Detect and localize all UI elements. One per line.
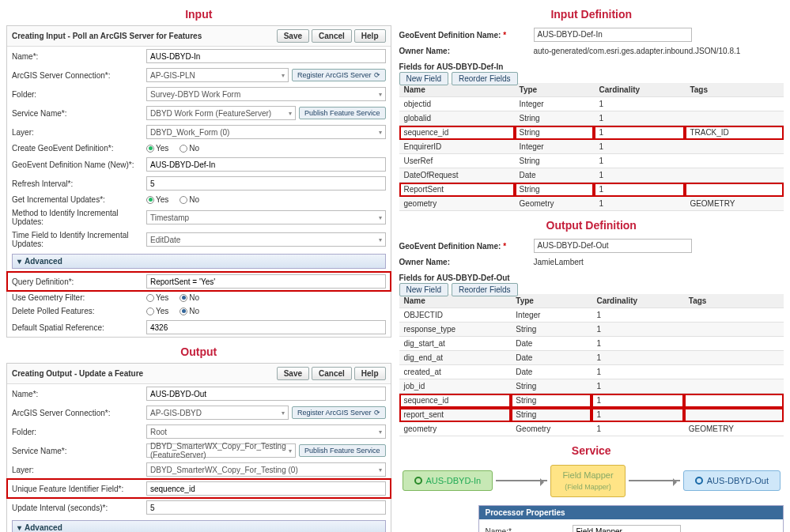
- sr-label: Default Spatial Reference:: [12, 323, 146, 332]
- register-server-button[interactable]: Register ArcGIS Server⟳: [292, 69, 386, 81]
- refresh-input[interactable]: [146, 176, 386, 191]
- timef-label: Time Field to Identify Incremental Updat…: [12, 231, 146, 248]
- timef-select[interactable]: EditDate▾: [146, 232, 386, 247]
- table-row[interactable]: dig_start_atDate1: [399, 337, 784, 351]
- name-input[interactable]: [146, 387, 386, 401]
- table-row[interactable]: globalidString1: [399, 111, 784, 126]
- layer-label: Layer:: [12, 128, 146, 137]
- cancel-button[interactable]: Cancel: [312, 367, 352, 380]
- table-row[interactable]: dig_end_atDate1: [399, 351, 784, 365]
- uid-input[interactable]: [146, 481, 386, 496]
- defname-label: GeoEvent Definition Name: *: [399, 31, 534, 40]
- owner-value: JamieLambert: [534, 258, 584, 266]
- query-label: Query Definition*:: [12, 277, 146, 286]
- table-row[interactable]: report_sentString1: [399, 408, 784, 422]
- chevron-down-icon: ▾: [17, 257, 21, 266]
- col-card: Cardinality: [592, 294, 683, 308]
- col-type: Type: [511, 294, 592, 308]
- fields-for-label: Fields for AUS-DBYD-Def-Out: [399, 274, 784, 282]
- conn-select[interactable]: AP-GIS-PLN▾: [146, 68, 289, 82]
- defname-input[interactable]: [146, 157, 386, 172]
- service-select[interactable]: DBYD_SmarterWX_Copy_For_Testing (Feature…: [146, 443, 296, 458]
- no-radio[interactable]: No: [180, 195, 199, 204]
- input-node[interactable]: AUS-DBYD-In: [403, 470, 493, 491]
- defname-value[interactable]: AUS-DBYD-Def-Out: [534, 239, 692, 253]
- method-label: Method to Identify Incremental Updates:: [12, 209, 146, 226]
- table-row[interactable]: geometryGeometry1GEOMETRY: [399, 197, 784, 211]
- save-button[interactable]: Save: [277, 29, 309, 43]
- defname-value[interactable]: AUS-DBYD-Def-In: [534, 28, 692, 42]
- table-row[interactable]: objectidInteger1: [399, 97, 784, 111]
- folder-label: Folder:: [12, 428, 146, 436]
- no-radio[interactable]: No: [180, 293, 199, 302]
- table-row[interactable]: sequence_idString1TRACK_ID: [399, 126, 784, 140]
- advanced-toggle[interactable]: ▾Advanced: [12, 520, 386, 532]
- processor-properties-panel: Processor Properties Name:* Processor:Fi…: [478, 505, 784, 532]
- proc-name-input[interactable]: [573, 525, 681, 532]
- refresh-icon: ⟳: [374, 409, 380, 417]
- yes-radio[interactable]: Yes: [146, 293, 168, 302]
- register-server-button[interactable]: Register ArcGIS Server⟳: [292, 406, 386, 419]
- service-select[interactable]: DBYD Work Form (FeatureServer)▾: [146, 106, 296, 120]
- chevron-down-icon: ▾: [282, 72, 285, 79]
- table-row[interactable]: sequence_idString1: [399, 394, 784, 408]
- name-input[interactable]: [146, 49, 386, 63]
- no-radio[interactable]: No: [180, 144, 199, 153]
- layer-label: Layer:: [12, 466, 146, 474]
- folder-select[interactable]: Survey-DBYD Work Form▾: [146, 87, 386, 101]
- output-heading: Output: [6, 345, 391, 358]
- table-row[interactable]: response_typeString1: [399, 323, 784, 337]
- arrow-icon: [496, 480, 547, 481]
- method-select[interactable]: Timestamp▾: [146, 210, 386, 224]
- table-row[interactable]: DateOfRequestDate1: [399, 168, 784, 183]
- col-tags: Tags: [685, 83, 784, 97]
- output-def-heading: Output Definition: [399, 219, 784, 232]
- publish-fs-button[interactable]: Publish Feature Service: [299, 444, 386, 457]
- folder-label: Folder:: [12, 90, 146, 99]
- table-row[interactable]: geometryGeometry1GEOMETRY: [399, 422, 784, 436]
- owner-label: Owner Name:: [399, 47, 534, 55]
- upd-input[interactable]: [146, 500, 386, 515]
- yes-radio[interactable]: Yes: [146, 195, 168, 204]
- publish-fs-button[interactable]: Publish Feature Service: [299, 107, 386, 119]
- table-row[interactable]: OBJECTIDInteger1: [399, 308, 784, 323]
- help-button[interactable]: Help: [354, 367, 386, 380]
- conn-select[interactable]: AP-GIS-DBYD▾: [146, 406, 289, 420]
- upd-label: Update Interval (seconds)*:: [12, 504, 146, 512]
- folder-select[interactable]: Root▾: [146, 424, 386, 439]
- conn-label: ArcGIS Server Connection*:: [12, 71, 146, 80]
- yes-radio[interactable]: Yes: [146, 144, 168, 153]
- owner-label: Owner Name:: [399, 258, 534, 266]
- table-row[interactable]: EnquirerIDInteger1: [399, 140, 784, 154]
- proc-name-label: Name:*: [486, 527, 573, 532]
- help-button[interactable]: Help: [354, 29, 386, 43]
- cancel-button[interactable]: Cancel: [312, 29, 352, 43]
- processor-panel-title: Processor Properties: [479, 506, 784, 519]
- input-heading: Input: [6, 8, 391, 21]
- advanced-toggle[interactable]: ▾Advanced: [12, 254, 386, 269]
- new-field-button[interactable]: New Field: [399, 283, 448, 296]
- table-row[interactable]: created_atDate1: [399, 365, 784, 379]
- reorder-fields-button[interactable]: Reorder Fields: [452, 72, 518, 85]
- no-radio[interactable]: No: [180, 307, 199, 315]
- new-field-button[interactable]: New Field: [399, 72, 448, 85]
- sr-input[interactable]: [146, 320, 386, 334]
- reorder-fields-button[interactable]: Reorder Fields: [452, 283, 518, 296]
- conn-label: ArcGIS Server Connection*:: [12, 409, 146, 417]
- del-label: Delete Polled Features:: [12, 307, 146, 315]
- uid-label: Unique Feature Identifier Field*:: [12, 485, 146, 493]
- table-row[interactable]: job_idString1: [399, 379, 784, 394]
- input-panel: Creating Input - Poll an ArcGIS Server f…: [6, 25, 391, 338]
- layer-select[interactable]: DBYD_Work_Form (0)▾: [146, 125, 386, 139]
- table-row[interactable]: ReportSentString1: [399, 183, 784, 197]
- layer-select[interactable]: DBYD_SmarterWX_Copy_For_Testing (0)▾: [146, 462, 386, 477]
- refresh-label: Refresh Interval*:: [12, 179, 146, 188]
- service-heading: Service: [399, 444, 784, 457]
- defname-label: GeoEvent Definition Name: *: [399, 242, 534, 251]
- processor-node[interactable]: Field Mapper(Field Mapper): [550, 465, 625, 497]
- query-input[interactable]: [146, 274, 386, 289]
- yes-radio[interactable]: Yes: [146, 307, 168, 315]
- table-row[interactable]: UserRefString1: [399, 154, 784, 168]
- output-node[interactable]: AUS-DBYD-Out: [683, 470, 781, 491]
- save-button[interactable]: Save: [277, 367, 309, 380]
